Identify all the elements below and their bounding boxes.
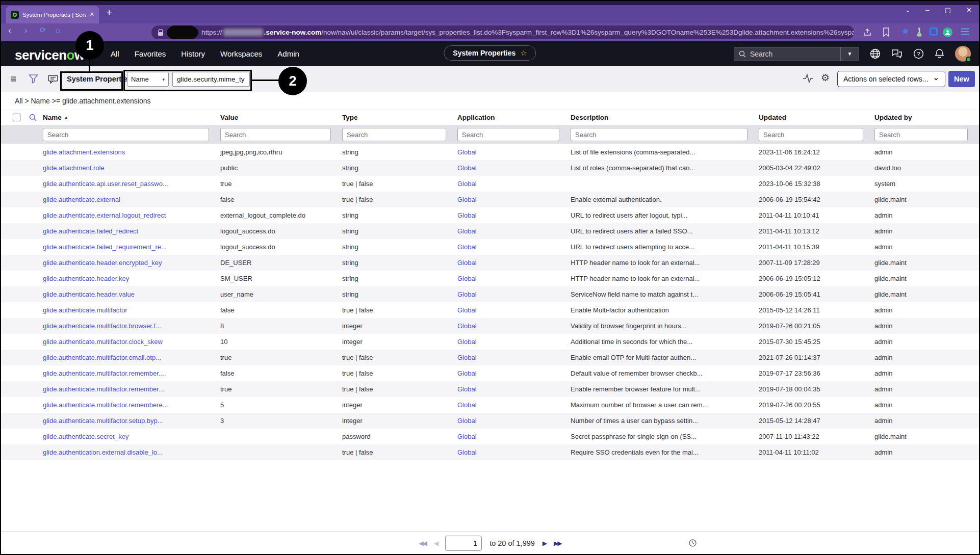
nav-item-admin[interactable]: Admin [277, 49, 299, 58]
cell-name[interactable]: glide.authenticate.header.encrypted_key [43, 259, 220, 267]
cell-application[interactable]: Global [457, 164, 571, 172]
cell-name[interactable]: glide.authenticate.header.key [43, 275, 220, 282]
column-search-input-updated_by[interactable] [874, 128, 968, 141]
tab-close-icon[interactable]: ✕ [90, 11, 94, 18]
forward-icon[interactable]: › [24, 25, 28, 36]
column-header-type[interactable]: Type [342, 114, 457, 121]
first-page-button[interactable]: ◀◀ [419, 540, 426, 547]
cell-name[interactable]: glide.authenticate.secret_key [43, 433, 220, 440]
back-icon[interactable]: ‹ [8, 25, 11, 36]
cell-name[interactable]: glide.authenticate.multifactor.remember.… [43, 385, 220, 393]
column-header-updated_by[interactable]: Updated by [874, 114, 979, 121]
filter-funnel-icon[interactable] [29, 74, 38, 84]
cell-application[interactable]: Global [457, 148, 571, 156]
activity-pulse-icon[interactable] [803, 73, 814, 84]
servicenow-logo[interactable]: servicenow [15, 47, 85, 63]
cell-application[interactable]: Global [457, 417, 571, 425]
cell-application[interactable]: Global [457, 448, 571, 456]
cell-name[interactable]: glide.authenticate.multifactor.setup.byp… [43, 417, 220, 425]
cell-name[interactable]: glide.authenticate.multifactor [43, 306, 220, 314]
cell-application[interactable]: Global [457, 243, 571, 251]
cell-application[interactable]: Global [457, 354, 571, 361]
cell-name[interactable]: glide.authenticate.multifactor.browser.f… [43, 322, 220, 330]
list-tabs-icon[interactable]: ⌄ [905, 6, 911, 14]
column-header-application[interactable]: Application [457, 114, 571, 121]
cell-name[interactable]: glide.authenticate.multifactor.clock_ske… [43, 338, 220, 346]
select-all-checkbox[interactable] [13, 114, 20, 121]
column-header-updated[interactable]: Updated [759, 114, 874, 121]
refresh-icon[interactable]: ⟳ [40, 25, 46, 35]
cell-name[interactable]: glide.authenticate.external [43, 196, 220, 203]
cell-name[interactable]: glide.authenticate.external.logout_redir… [43, 212, 220, 219]
cell-application[interactable]: Global [457, 227, 571, 235]
cell-name[interactable]: glide.attachment.extensions [43, 148, 220, 156]
cell-application[interactable]: Global [457, 259, 571, 267]
column-search-input-description[interactable] [571, 128, 747, 141]
cell-application[interactable]: Global [457, 306, 571, 314]
column-header-name[interactable]: Name▲ [43, 114, 220, 121]
global-search-input[interactable]: Search ▼ [734, 47, 859, 61]
cell-name[interactable]: glide.authenticate.failed_requirement_re… [43, 243, 220, 251]
address-bar[interactable]: https:// .service-now.com /now/nav/ui/cl… [151, 25, 854, 39]
actions-on-rows-select[interactable]: Actions on selected rows... ⌄ [837, 71, 945, 87]
extension-flask-icon[interactable] [915, 28, 923, 37]
new-record-button[interactable]: New [948, 71, 975, 87]
cell-application[interactable]: Global [457, 369, 571, 377]
search-scope-dropdown[interactable]: ▼ [840, 47, 859, 61]
page-number-input[interactable] [445, 536, 482, 551]
nav-item-favorites[interactable]: Favorites [135, 49, 166, 58]
help-icon[interactable]: ? [913, 48, 924, 59]
cell-application[interactable]: Global [457, 338, 571, 346]
feedback-chat-icon[interactable] [48, 75, 58, 84]
list-search-toggle-icon[interactable] [29, 114, 37, 121]
current-page-pill[interactable]: System Properties ☆ [444, 45, 536, 61]
cell-name[interactable]: glide.authenticate.multifactor.remember.… [43, 369, 220, 377]
window-close-icon[interactable]: ✕ [966, 6, 972, 14]
cell-name[interactable]: glide.authentication.external.disable_lo… [43, 448, 220, 456]
cell-application[interactable]: Global [457, 401, 571, 409]
cell-application[interactable]: Global [457, 275, 571, 282]
column-search-input-type[interactable] [342, 128, 446, 141]
new-tab-button[interactable]: + [106, 7, 112, 17]
gear-icon[interactable]: ⚙ [821, 72, 830, 84]
extension-square-icon[interactable] [930, 28, 938, 36]
chat-icon[interactable] [891, 49, 902, 59]
globe-icon[interactable] [870, 48, 881, 59]
menu-icon[interactable] [961, 28, 970, 36]
list-menu-icon[interactable]: ≡ [10, 73, 16, 85]
cell-name[interactable]: glide.authenticate.multifactor.remembere… [43, 401, 220, 409]
cell-application[interactable]: Global [457, 433, 571, 440]
previous-page-button[interactable]: ◀ [434, 540, 437, 547]
maximize-icon[interactable]: ▢ [945, 6, 951, 14]
nav-item-all[interactable]: All [111, 49, 119, 58]
column-search-input-value[interactable] [220, 128, 331, 141]
column-search-input-updated[interactable] [759, 128, 863, 141]
bookmark-icon[interactable] [883, 28, 890, 37]
response-time-clock-icon[interactable] [688, 539, 697, 547]
minimize-icon[interactable]: – [926, 6, 930, 14]
cell-application[interactable]: Global [457, 385, 571, 393]
cell-name[interactable]: glide.authenticate.multifactor.email.otp… [43, 354, 220, 361]
cell-application[interactable]: Global [457, 180, 571, 188]
cell-name[interactable]: glide.attachment.role [43, 164, 220, 172]
firefox-account-icon[interactable] [943, 28, 952, 37]
extension-puzzle-icon[interactable] [901, 28, 910, 36]
cell-application[interactable]: Global [457, 196, 571, 203]
next-page-button[interactable]: ▶ [543, 540, 546, 547]
notifications-bell-icon[interactable] [935, 48, 944, 59]
cell-application[interactable]: Global [457, 290, 571, 298]
favorite-star-icon[interactable]: ☆ [520, 48, 527, 58]
cell-name[interactable]: glide.authenticate.header.value [43, 290, 220, 298]
home-icon[interactable]: ⌂ [56, 25, 60, 34]
column-search-input-application[interactable] [457, 128, 559, 141]
column-header-description[interactable]: Description [571, 114, 759, 121]
column-search-input-name[interactable] [43, 128, 209, 141]
browser-tab[interactable]: System Properties | ServiceNow ✕ [6, 6, 99, 23]
user-avatar[interactable] [955, 46, 971, 62]
cell-name[interactable]: glide.authenticate.api.user.reset_passwo… [43, 180, 220, 188]
cell-name[interactable]: glide.authenticate.failed_redirect [43, 227, 220, 235]
nav-item-workspaces[interactable]: Workspaces [220, 49, 262, 58]
column-header-value[interactable]: Value [220, 114, 342, 121]
breadcrumb[interactable]: All > Name >= glide.attachment.extension… [1, 92, 979, 110]
cell-application[interactable]: Global [457, 322, 571, 330]
